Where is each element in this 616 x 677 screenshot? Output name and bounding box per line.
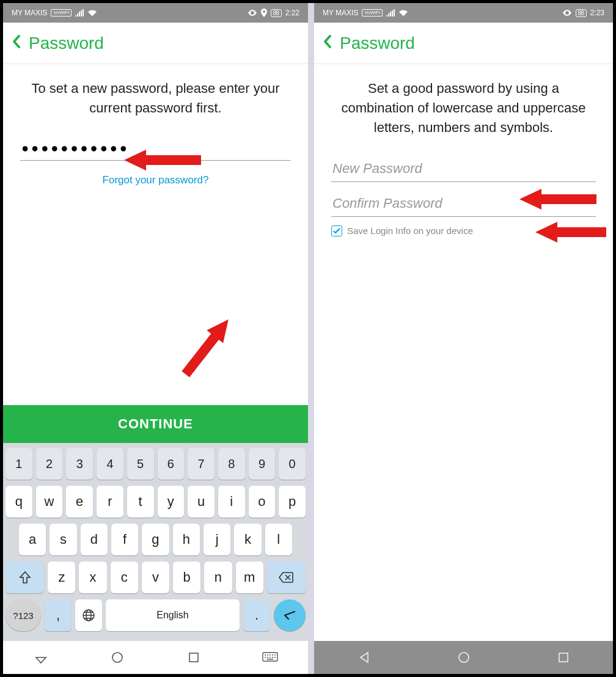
- key-o[interactable]: o: [249, 486, 276, 518]
- key-1[interactable]: 1: [6, 448, 32, 480]
- keyboard: 1 2 3 4 5 6 7 8 9 0 q w e r t y: [3, 443, 308, 641]
- volte-badge: VoWiFi: [51, 9, 71, 16]
- key-enter[interactable]: [274, 599, 306, 631]
- svg-rect-3: [182, 333, 219, 378]
- battery-badge: 88: [576, 9, 587, 17]
- nav-home-icon[interactable]: [109, 650, 125, 665]
- key-m[interactable]: m: [236, 562, 263, 593]
- key-symbols[interactable]: ?123: [6, 599, 41, 631]
- key-a[interactable]: a: [19, 524, 46, 555]
- key-p[interactable]: p: [279, 486, 306, 518]
- key-w[interactable]: w: [36, 486, 63, 518]
- wifi-icon: [87, 9, 97, 16]
- carrier-label: MY MAXIS: [323, 9, 358, 17]
- key-g[interactable]: g: [142, 524, 169, 555]
- instruction-text: To set a new password, please enter your…: [20, 79, 291, 118]
- volte-badge: VoWiFi: [362, 9, 382, 16]
- key-globe[interactable]: [75, 599, 102, 631]
- key-comma[interactable]: ,: [45, 599, 72, 631]
- placeholder: Confirm Password: [332, 196, 442, 211]
- key-e[interactable]: e: [66, 486, 93, 518]
- signal-icon: [386, 9, 395, 16]
- header-bar: Password: [3, 23, 308, 64]
- wifi-icon: [398, 9, 408, 16]
- key-period[interactable]: .: [243, 599, 270, 631]
- key-v[interactable]: v: [142, 562, 169, 593]
- clock-label: 2:22: [285, 9, 299, 17]
- nav-recent-icon[interactable]: [186, 650, 202, 665]
- android-nav-bar: [314, 641, 613, 674]
- instruction-text: Set a good password by using a combinati…: [331, 79, 596, 137]
- password-mask: ●●●●●●●●●●●: [21, 141, 130, 155]
- svg-point-13: [459, 653, 469, 662]
- key-backspace[interactable]: [267, 562, 306, 593]
- save-login-row[interactable]: Save Login Info on your device: [331, 225, 596, 236]
- battery-badge: 88: [271, 9, 282, 17]
- svg-rect-8: [263, 653, 277, 661]
- back-chevron-icon[interactable]: [323, 34, 332, 53]
- status-bar: MY MAXIS VoWiFi 88 2:23: [314, 3, 613, 23]
- continue-button[interactable]: CONTINUE: [3, 405, 308, 443]
- key-q[interactable]: q: [6, 486, 32, 518]
- location-pin-icon: [261, 9, 267, 17]
- key-2[interactable]: 2: [36, 448, 63, 480]
- svg-marker-2: [207, 313, 237, 343]
- new-password-input[interactable]: New Password: [331, 156, 596, 182]
- key-u[interactable]: u: [188, 486, 215, 518]
- annotation-arrow-continue: [174, 306, 241, 386]
- confirm-password-input[interactable]: Confirm Password: [331, 191, 596, 217]
- key-0[interactable]: 0: [279, 448, 306, 480]
- key-i[interactable]: i: [218, 486, 245, 518]
- signal-icon: [75, 9, 84, 16]
- key-6[interactable]: 6: [158, 448, 185, 480]
- nav-back-icon[interactable]: [356, 650, 372, 665]
- eye-icon: [562, 10, 572, 16]
- key-x[interactable]: x: [79, 562, 106, 593]
- key-t[interactable]: t: [127, 486, 154, 518]
- phone-right-screen: MY MAXIS VoWiFi 88 2:23: [314, 3, 613, 674]
- key-s[interactable]: s: [50, 524, 76, 555]
- key-5[interactable]: 5: [127, 448, 154, 480]
- nav-home-icon[interactable]: [456, 650, 472, 665]
- key-d[interactable]: d: [81, 524, 108, 555]
- nav-recent-icon[interactable]: [556, 650, 571, 665]
- key-9[interactable]: 9: [249, 448, 276, 480]
- current-password-input[interactable]: ●●●●●●●●●●●: [20, 136, 291, 161]
- nav-back-icon[interactable]: [33, 650, 49, 665]
- svg-rect-7: [189, 653, 198, 662]
- key-k[interactable]: k: [234, 524, 261, 555]
- svg-rect-14: [559, 653, 568, 662]
- nav-keyboard-icon[interactable]: [262, 650, 278, 665]
- key-shift[interactable]: [6, 562, 44, 593]
- phone-left-screen: MY MAXIS VoWiFi 88: [3, 3, 308, 674]
- key-7[interactable]: 7: [188, 448, 215, 480]
- header-bar: Password: [314, 23, 613, 64]
- page-title: Password: [29, 34, 104, 53]
- key-4[interactable]: 4: [97, 448, 123, 480]
- key-h[interactable]: h: [173, 524, 200, 555]
- eye-icon: [248, 10, 257, 16]
- key-3[interactable]: 3: [66, 448, 93, 480]
- key-z[interactable]: z: [48, 562, 75, 593]
- key-space[interactable]: English: [106, 599, 240, 631]
- key-f[interactable]: f: [111, 524, 138, 555]
- clock-label: 2:23: [590, 9, 604, 17]
- carrier-label: MY MAXIS: [12, 9, 47, 17]
- key-r[interactable]: r: [97, 486, 123, 518]
- status-bar: MY MAXIS VoWiFi 88: [3, 3, 308, 23]
- key-b[interactable]: b: [173, 562, 200, 593]
- key-y[interactable]: y: [158, 486, 185, 518]
- key-j[interactable]: j: [204, 524, 230, 555]
- save-login-checkbox[interactable]: [331, 225, 342, 236]
- back-chevron-icon[interactable]: [12, 34, 21, 53]
- android-nav-bar: [3, 641, 308, 674]
- placeholder: New Password: [332, 161, 422, 176]
- forgot-password-link[interactable]: Forgot your password?: [20, 174, 291, 186]
- key-n[interactable]: n: [204, 562, 232, 593]
- key-8[interactable]: 8: [218, 448, 245, 480]
- key-l[interactable]: l: [265, 524, 292, 555]
- key-c[interactable]: c: [111, 562, 138, 593]
- save-login-label: Save Login Info on your device: [347, 225, 473, 236]
- svg-point-6: [112, 653, 122, 662]
- page-title: Password: [340, 34, 415, 53]
